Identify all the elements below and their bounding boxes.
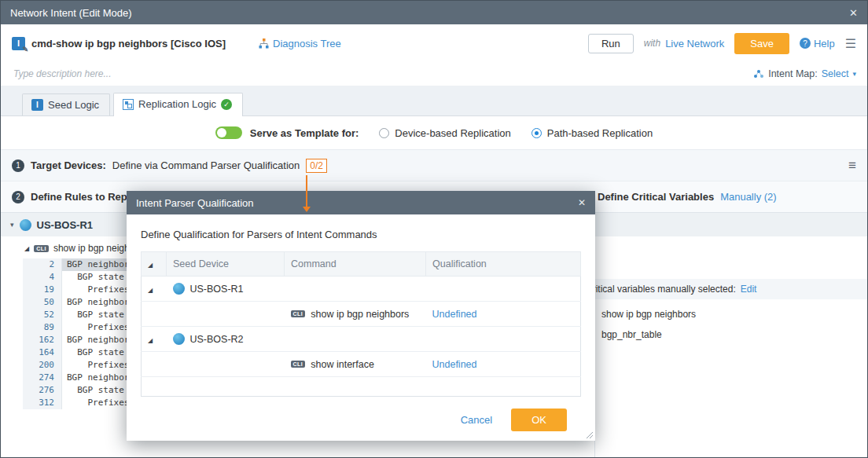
dialog-footer: Cancel OK bbox=[141, 401, 581, 431]
cancel-button[interactable]: Cancel bbox=[461, 414, 492, 426]
intent-map-label: Intent Map: bbox=[768, 68, 818, 79]
intent-parser-qualification-dialog: Intent Parser Qualification ✕ Define Qua… bbox=[127, 191, 595, 441]
critical-variable-command: show ip bgp neighbors bbox=[601, 309, 867, 320]
seed-device-name: US-BOS-R2 bbox=[190, 334, 244, 345]
window-titlebar: Network Intent (Edit Mode) ✕ bbox=[1, 1, 867, 24]
radio-path-based[interactable]: Path-based Replication bbox=[531, 127, 653, 139]
diagnosis-tree-icon bbox=[259, 38, 269, 49]
device-icon bbox=[173, 333, 185, 345]
live-network-link[interactable]: Live Network bbox=[665, 38, 724, 49]
check-icon: ✓ bbox=[221, 99, 232, 110]
table-row-device: ◢ US-BOS-R1 bbox=[142, 277, 581, 302]
critical-variables-panel: Critical variables manually selected: Ed… bbox=[594, 236, 867, 458]
help-icon: ? bbox=[800, 38, 811, 49]
device-icon bbox=[173, 283, 185, 295]
table-header-row: ◢ Seed Device Command Qualification bbox=[142, 252, 581, 277]
collapse-chevron-icon[interactable]: ▾ bbox=[10, 221, 14, 229]
window-title: Network Intent (Edit Mode) bbox=[10, 7, 132, 19]
cli-icon: CLI bbox=[291, 361, 306, 368]
define-critical-variables-label: Define Critical Variables bbox=[598, 191, 714, 203]
critical-variables-row: Critical variables manually selected: Ed… bbox=[586, 279, 867, 299]
with-label: with bbox=[644, 38, 660, 49]
network-intent-window: Network Intent (Edit Mode) ✕ I ✎ cmd-sho… bbox=[0, 0, 868, 458]
radio-device-based[interactable]: Device-based Replication bbox=[379, 127, 510, 139]
dialog-title: Intent Parser Qualification bbox=[136, 197, 254, 209]
hamburger-menu-icon[interactable]: ☰ bbox=[845, 36, 856, 51]
pointer-arrow bbox=[303, 175, 311, 212]
radio-icon-device-based[interactable] bbox=[379, 128, 389, 138]
device-icon bbox=[20, 219, 31, 231]
tabs-bar: I Seed Logic Replication Logic ✓ bbox=[1, 86, 867, 116]
column-command: Command bbox=[285, 252, 426, 277]
command-text: show interface bbox=[311, 359, 374, 370]
toolbar: I ✎ cmd-show ip bgp neighbors [Cisco IOS… bbox=[1, 24, 867, 62]
edit-link[interactable]: Edit bbox=[741, 284, 757, 295]
expand-icon[interactable]: ◢ bbox=[148, 337, 153, 344]
intent-map-control: Intent Map: Select ▾ bbox=[753, 68, 856, 79]
step2-badge: 2 bbox=[12, 191, 24, 203]
replication-logic-icon bbox=[123, 99, 134, 110]
pencil-icon: ✎ bbox=[22, 46, 28, 53]
arrow-head-icon bbox=[303, 207, 311, 212]
table-row-empty bbox=[142, 377, 581, 397]
intent-map-icon bbox=[753, 69, 764, 79]
save-button[interactable]: Save bbox=[734, 33, 789, 54]
seed-logic-icon: I bbox=[31, 99, 43, 111]
description-input[interactable] bbox=[12, 68, 345, 80]
command-text: show ip bgp neighbors bbox=[311, 309, 409, 320]
template-bar: Serve as Template for: Device-based Repl… bbox=[1, 116, 867, 149]
template-label: Serve as Template for: bbox=[250, 127, 359, 139]
column-qualification: Qualification bbox=[426, 252, 581, 277]
table-row-device: ◢ US-BOS-R2 bbox=[142, 327, 581, 352]
expand-all-icon[interactable]: ◢ bbox=[148, 262, 153, 269]
qualification-table: ◢ Seed Device Command Qualification ◢ US… bbox=[141, 251, 581, 397]
close-icon[interactable]: ✕ bbox=[849, 7, 858, 19]
ok-button[interactable]: OK bbox=[511, 409, 567, 431]
diagnosis-tree-link[interactable]: Diagnosis Tree bbox=[259, 38, 341, 49]
table-row-command: CLIshow ip bgp neighbors Undefined bbox=[142, 302, 581, 327]
help-link[interactable]: ? Help bbox=[800, 38, 835, 49]
run-button[interactable]: Run bbox=[588, 34, 634, 53]
step-target-devices: 1 Target Devices: Define via Command Par… bbox=[1, 149, 867, 181]
qualification-link[interactable]: Undefined bbox=[432, 309, 477, 320]
tab-replication-logic[interactable]: Replication Logic ✓ bbox=[113, 93, 243, 116]
intent-map-select[interactable]: Select bbox=[822, 68, 849, 79]
target-devices-label: Target Devices: bbox=[31, 159, 106, 171]
critical-variable-table: bgp_nbr_table bbox=[601, 329, 867, 340]
description-row: Intent Map: Select ▾ bbox=[1, 62, 867, 86]
list-menu-icon[interactable]: ≡ bbox=[848, 158, 856, 174]
dialog-subtitle: Define Qualification for Parsers of Inte… bbox=[141, 229, 581, 240]
table-row-command: CLIshow interface Undefined bbox=[142, 352, 581, 377]
cli-icon: CLI bbox=[34, 245, 49, 252]
target-devices-subtitle: Define via Command Parser Qualification bbox=[112, 159, 300, 171]
expand-icon[interactable]: ◢ bbox=[24, 245, 29, 252]
dialog-body: Define Qualification for Parsers of Inte… bbox=[127, 214, 595, 441]
manually-link[interactable]: Manually (2) bbox=[720, 191, 777, 203]
expand-icon[interactable]: ◢ bbox=[148, 287, 153, 294]
critical-variables-selected-label: Critical variables manually selected: bbox=[586, 284, 736, 295]
cli-icon: CLI bbox=[291, 310, 306, 317]
tab-seed-logic[interactable]: I Seed Logic bbox=[22, 93, 110, 115]
qualification-link[interactable]: Undefined bbox=[432, 359, 477, 370]
intent-name: cmd-show ip bgp neighbors [Cisco IOS] bbox=[31, 38, 226, 49]
dialog-close-icon[interactable]: ✕ bbox=[578, 197, 586, 208]
radio-icon-path-based[interactable] bbox=[531, 128, 542, 138]
resize-handle[interactable] bbox=[586, 431, 594, 439]
seed-device-name: US-BOS-R1 bbox=[190, 284, 244, 295]
step1-badge: 1 bbox=[12, 159, 24, 172]
intent-edit-icon: I ✎ bbox=[12, 37, 25, 50]
serve-as-template-toggle[interactable] bbox=[215, 126, 242, 139]
column-seed-device: Seed Device bbox=[167, 252, 285, 277]
chevron-down-icon[interactable]: ▾ bbox=[852, 70, 856, 78]
define-rules-label: Define Rules to Repl bbox=[31, 191, 130, 203]
dialog-titlebar: Intent Parser Qualification ✕ bbox=[127, 191, 595, 214]
qualification-count-badge[interactable]: 0/2 bbox=[306, 159, 327, 173]
device-name: US-BOS-R1 bbox=[37, 219, 94, 231]
